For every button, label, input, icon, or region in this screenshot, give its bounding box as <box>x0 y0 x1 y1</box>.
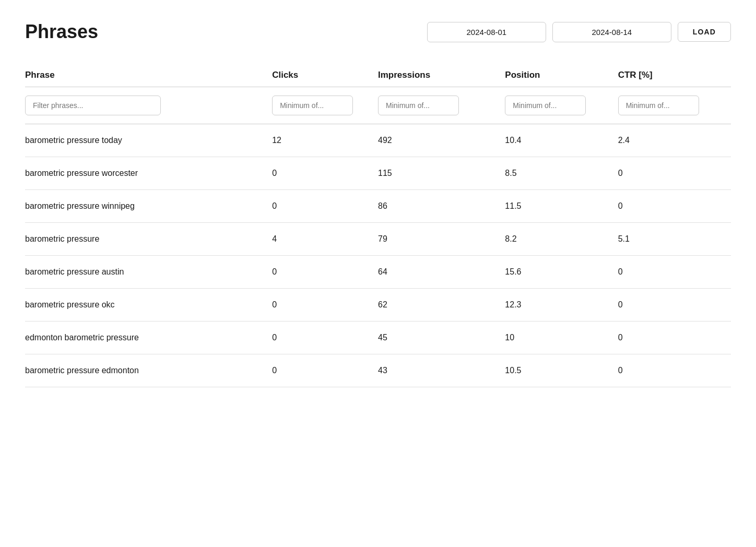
cell-ctr: 0 <box>618 157 731 190</box>
cell-clicks: 0 <box>272 322 378 354</box>
cell-impressions: 64 <box>378 256 505 289</box>
cell-ctr: 0 <box>618 256 731 289</box>
table-row: barometric pressure okc06212.30 <box>25 289 731 322</box>
filter-position-input[interactable] <box>505 96 586 115</box>
page-title: Phrases <box>25 21 98 43</box>
col-header-position: Position <box>505 64 618 87</box>
cell-clicks: 0 <box>272 354 378 387</box>
cell-impressions: 115 <box>378 157 505 190</box>
date-end-input[interactable] <box>552 22 671 42</box>
table-row: edmonton barometric pressure045100 <box>25 322 731 354</box>
col-header-clicks: Clicks <box>272 64 378 87</box>
date-start-input[interactable] <box>427 22 546 42</box>
cell-ctr: 0 <box>618 289 731 322</box>
filter-row <box>25 87 731 124</box>
col-header-ctr: CTR [%] <box>618 64 731 87</box>
filter-clicks-input[interactable] <box>272 96 353 115</box>
cell-phrase: barometric pressure edmonton <box>25 354 272 387</box>
table-header-row: Phrase Clicks Impressions Position CTR [… <box>25 64 731 87</box>
cell-phrase: barometric pressure okc <box>25 289 272 322</box>
cell-position: 10 <box>505 322 618 354</box>
table-row: barometric pressure austin06415.60 <box>25 256 731 289</box>
cell-position: 10.4 <box>505 124 618 157</box>
table-row: barometric pressure edmonton04310.50 <box>25 354 731 387</box>
cell-position: 11.5 <box>505 190 618 223</box>
cell-impressions: 79 <box>378 223 505 256</box>
table-row: barometric pressure today1249210.42.4 <box>25 124 731 157</box>
phrases-table: Phrase Clicks Impressions Position CTR [… <box>25 64 731 387</box>
cell-position: 10.5 <box>505 354 618 387</box>
table-row: barometric pressure4798.25.1 <box>25 223 731 256</box>
cell-impressions: 45 <box>378 322 505 354</box>
cell-phrase: barometric pressure winnipeg <box>25 190 272 223</box>
cell-position: 8.5 <box>505 157 618 190</box>
cell-ctr: 0 <box>618 190 731 223</box>
load-button[interactable]: LOAD <box>678 22 731 42</box>
col-header-impressions: Impressions <box>378 64 505 87</box>
filter-phrase-input[interactable] <box>25 96 161 115</box>
filter-ctr-input[interactable] <box>618 96 699 115</box>
cell-clicks: 4 <box>272 223 378 256</box>
cell-ctr: 0 <box>618 354 731 387</box>
col-header-phrase: Phrase <box>25 64 272 87</box>
cell-impressions: 62 <box>378 289 505 322</box>
cell-ctr: 5.1 <box>618 223 731 256</box>
header-controls: LOAD <box>427 22 731 42</box>
cell-position: 12.3 <box>505 289 618 322</box>
cell-clicks: 0 <box>272 289 378 322</box>
cell-phrase: barometric pressure worcester <box>25 157 272 190</box>
table-row: barometric pressure worcester01158.50 <box>25 157 731 190</box>
filter-impressions-input[interactable] <box>378 96 459 115</box>
cell-impressions: 86 <box>378 190 505 223</box>
cell-phrase: barometric pressure today <box>25 124 272 157</box>
cell-phrase: barometric pressure <box>25 223 272 256</box>
cell-ctr: 2.4 <box>618 124 731 157</box>
cell-impressions: 492 <box>378 124 505 157</box>
cell-impressions: 43 <box>378 354 505 387</box>
cell-position: 15.6 <box>505 256 618 289</box>
cell-clicks: 0 <box>272 256 378 289</box>
table-row: barometric pressure winnipeg08611.50 <box>25 190 731 223</box>
cell-ctr: 0 <box>618 322 731 354</box>
cell-phrase: barometric pressure austin <box>25 256 272 289</box>
cell-phrase: edmonton barometric pressure <box>25 322 272 354</box>
cell-clicks: 12 <box>272 124 378 157</box>
table-container: Phrase Clicks Impressions Position CTR [… <box>25 64 731 387</box>
page-header: Phrases LOAD <box>25 21 731 43</box>
cell-clicks: 0 <box>272 157 378 190</box>
cell-clicks: 0 <box>272 190 378 223</box>
cell-position: 8.2 <box>505 223 618 256</box>
